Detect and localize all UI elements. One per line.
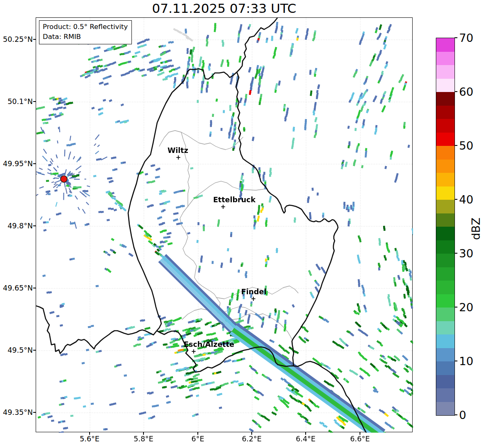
colorbar-band xyxy=(436,388,455,402)
y-axis-tick-label: 49.5°N xyxy=(0,346,33,354)
y-axis-tick-label: 50.1°N xyxy=(0,97,33,106)
x-axis-tick-label: 6°E xyxy=(192,435,204,443)
colorbar-band xyxy=(436,92,455,106)
y-axis-tick xyxy=(33,288,36,288)
colorbar-band xyxy=(436,79,455,92)
x-axis-tick-label: 6.4°E xyxy=(296,435,316,443)
colorbar-tick-label: 20 xyxy=(459,302,473,313)
figure-title: 07.11.2025 07:33 UTC xyxy=(36,1,413,16)
x-axis-tick-label: 6.2°E xyxy=(242,435,262,443)
colorbar-tick xyxy=(455,414,457,415)
colorbar-tick-label: 50 xyxy=(459,140,473,151)
colorbar-band xyxy=(436,348,455,362)
colorbar-band xyxy=(436,281,455,294)
colorbar-tick xyxy=(455,145,457,146)
colorbar-tick-label: 40 xyxy=(459,194,473,205)
colorbar-band xyxy=(436,267,455,281)
colorbar-band xyxy=(436,294,455,308)
colorbar-band xyxy=(436,361,455,375)
colorbar-band xyxy=(436,254,455,267)
x-axis-tick xyxy=(360,432,360,435)
y-axis-tick xyxy=(33,101,36,102)
x-axis-tick xyxy=(251,432,252,435)
y-axis-tick xyxy=(33,350,36,351)
colorbar-band xyxy=(436,213,455,227)
colorbar-tick xyxy=(455,307,457,308)
y-axis-tick-label: 50.25°N xyxy=(0,35,33,44)
colorbar-band xyxy=(436,308,455,321)
colorbar-band xyxy=(436,402,455,416)
y-axis-tick-label: 49.35°N xyxy=(0,408,33,417)
colorbar-tick xyxy=(455,253,457,254)
colorbar-unit-label: dBZ xyxy=(469,218,482,240)
city-label-esch-alzette: Esch/Alzette xyxy=(184,340,234,349)
city-marker-icon: + xyxy=(251,295,256,303)
y-axis-tick-label: 49.95°N xyxy=(0,160,33,168)
colorbar-band xyxy=(436,321,455,335)
colorbar xyxy=(436,38,455,416)
city-label-ettelbruck: Ettelbruck xyxy=(213,196,255,204)
x-axis-tick-label: 5.6°E xyxy=(80,435,100,443)
y-axis-tick xyxy=(33,163,36,164)
city-marker-icon: + xyxy=(221,203,226,211)
colorbar-tick-label: 10 xyxy=(459,356,473,367)
colorbar-tick xyxy=(455,37,457,38)
colorbar-band xyxy=(436,375,455,389)
colorbar-band xyxy=(436,146,455,160)
colorbar-band xyxy=(436,65,455,79)
colorbar-band xyxy=(436,133,455,146)
product-info-line1: Product: 0.5° Reflectivity xyxy=(43,22,128,32)
city-marker-icon: + xyxy=(191,348,197,355)
colorbar-tick xyxy=(455,199,457,200)
colorbar-tick-label: 30 xyxy=(459,248,473,259)
city-label-wiltz: Wiltz xyxy=(168,146,188,155)
x-axis-tick-label: 5.8°E xyxy=(134,435,153,443)
colorbar-band xyxy=(436,119,455,133)
colorbar-tick xyxy=(455,91,457,92)
y-axis-tick xyxy=(33,39,36,40)
colorbar-band xyxy=(436,240,455,254)
colorbar-band xyxy=(436,160,455,173)
colorbar-band xyxy=(436,173,455,186)
colorbar-band xyxy=(436,186,455,200)
city-marker-icon: + xyxy=(176,154,181,161)
colorbar-band xyxy=(436,227,455,240)
y-axis-tick xyxy=(33,225,36,226)
y-axis-tick-label: 49.65°N xyxy=(0,284,33,292)
colorbar-tick xyxy=(455,361,457,361)
colorbar-band xyxy=(436,200,455,213)
colorbar-band xyxy=(436,334,455,348)
colorbar-tick-label: 0 xyxy=(459,409,466,421)
x-axis-tick xyxy=(197,432,198,435)
colorbar-tick-label: 60 xyxy=(459,86,473,97)
product-info-line2: Data: RMIB xyxy=(43,32,128,42)
radar-figure: 07.11.2025 07:33 UTC Product: 0.5° Refle… xyxy=(0,0,491,448)
colorbar-band xyxy=(436,38,455,52)
city-label-findel: Findel xyxy=(241,288,267,296)
radar-map-canvas xyxy=(36,18,413,433)
colorbar-tick-label: 70 xyxy=(459,32,473,44)
x-axis-tick xyxy=(143,432,144,435)
x-axis-tick-label: 6.6°E xyxy=(350,435,370,443)
y-axis-tick-label: 49.8°N xyxy=(0,222,33,230)
x-axis-tick xyxy=(305,432,306,435)
map-plot-area: Product: 0.5° Reflectivity Data: RMIB Wi… xyxy=(36,17,413,432)
colorbar-band xyxy=(436,106,455,119)
product-info-box: Product: 0.5° Reflectivity Data: RMIB xyxy=(39,20,132,44)
colorbar-band xyxy=(436,52,455,65)
y-axis-tick xyxy=(33,412,36,413)
x-axis-tick xyxy=(89,432,90,435)
